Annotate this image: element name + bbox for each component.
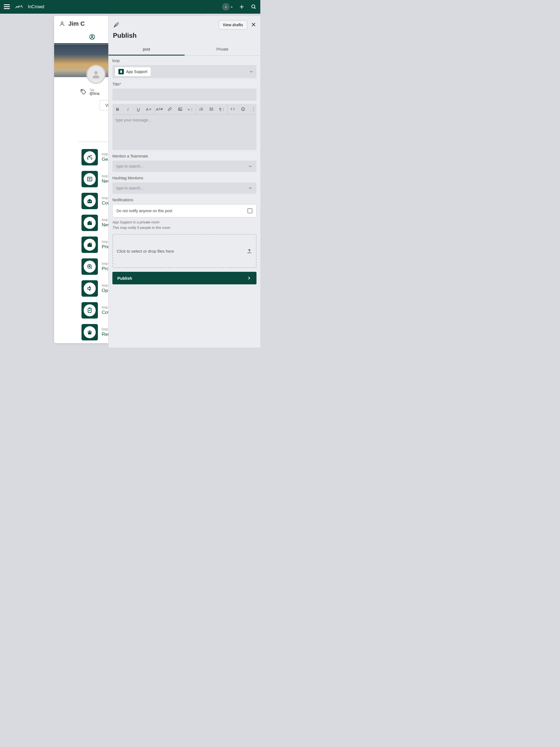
hashtag-select[interactable]: type to search... <box>112 182 256 194</box>
person-circle-icon <box>89 34 95 40</box>
notify-label: Notifications <box>112 198 256 202</box>
italic-button[interactable]: i <box>123 104 133 114</box>
app-header: InCrowd ▾ <box>0 0 260 14</box>
tag-label: Tag <box>90 88 100 91</box>
file-dropzone[interactable]: Click to select or drop files here <box>112 234 256 268</box>
publish-title: Publish <box>113 32 256 40</box>
loop-icon <box>81 280 98 297</box>
svg-rect-21 <box>120 71 122 73</box>
chevron-right-icon <box>247 276 252 281</box>
svg-point-1 <box>252 5 255 8</box>
mention-label: Mention a Teammate <box>112 154 256 158</box>
svg-rect-20 <box>90 332 90 333</box>
mention-placeholder: type to search... <box>116 164 144 169</box>
mention-select[interactable]: type to search... <box>112 160 256 172</box>
svg-point-24 <box>210 108 210 108</box>
search-icon[interactable] <box>251 4 256 9</box>
svg-rect-15 <box>88 288 90 289</box>
tab-private[interactable]: Private <box>184 44 261 55</box>
loop-icon <box>81 302 98 318</box>
bold-button[interactable]: B <box>112 104 123 114</box>
app-name: InCrowd <box>28 4 44 9</box>
hamburger-menu-icon[interactable] <box>4 4 10 9</box>
profile-name: Jim C <box>68 20 85 27</box>
view-drafts-button[interactable]: View drafts <box>219 20 247 29</box>
plus-icon[interactable] <box>239 4 245 9</box>
unordered-list-button[interactable] <box>206 104 217 114</box>
svg-point-29 <box>244 108 244 109</box>
svg-point-5 <box>94 71 98 74</box>
message-editor[interactable]: type your message... <box>112 114 256 150</box>
svg-point-28 <box>243 108 243 109</box>
loop-chip: App Support <box>115 67 151 76</box>
ordered-list-button[interactable] <box>196 104 206 114</box>
svg-point-27 <box>241 107 245 111</box>
loop-icon <box>81 171 98 187</box>
svg-point-25 <box>210 109 210 109</box>
svg-point-23 <box>179 108 180 109</box>
tag-value: @tina <box>90 91 100 96</box>
loop-icon <box>81 193 98 209</box>
notify-info: App Support is a private room This may n… <box>112 220 256 230</box>
publish-panel: View drafts ✕ Publish post Private loop … <box>108 16 260 347</box>
insert-button[interactable]: +⋮ <box>185 104 196 114</box>
font-size-button[interactable]: AA▾ <box>154 104 164 114</box>
publish-button-label: Publish <box>117 276 132 281</box>
caret-down-icon: ▾ <box>231 5 232 8</box>
upload-icon <box>247 248 252 254</box>
close-icon[interactable]: ✕ <box>251 21 256 28</box>
editor-toolbar: B i U A⨯ AA▾ +⋮ ¶⋮ ⋮ <box>112 104 256 114</box>
chevron-down-icon <box>248 164 253 169</box>
loop-chip-label: App Support <box>126 70 147 74</box>
svg-point-26 <box>210 110 210 110</box>
tab-post[interactable]: post <box>108 44 184 55</box>
svg-point-4 <box>91 35 93 37</box>
emoji-button[interactable] <box>238 104 248 114</box>
loop-select[interactable]: App Support <box>112 65 256 78</box>
chevron-down-icon <box>248 186 253 190</box>
loop-icon <box>81 215 98 231</box>
loop-field-label: loop <box>112 58 256 63</box>
tag-icon <box>80 88 87 95</box>
app-support-icon <box>119 69 124 74</box>
user-menu[interactable]: ▾ <box>222 3 232 10</box>
svg-rect-9 <box>90 201 91 202</box>
image-button[interactable] <box>175 104 185 114</box>
clear-format-button[interactable]: A⨯ <box>144 104 154 114</box>
title-field-label: Title* <box>112 82 256 86</box>
publish-button[interactable]: Publish <box>112 272 256 284</box>
loop-icon <box>81 149 98 165</box>
checkbox-icon <box>248 208 252 213</box>
svg-point-0 <box>225 5 227 7</box>
loop-icon <box>81 324 98 340</box>
app-logo <box>15 4 23 9</box>
more-button[interactable]: ⋮ <box>248 104 259 114</box>
title-input[interactable] <box>112 88 256 101</box>
code-button[interactable] <box>228 104 238 114</box>
chevron-down-icon <box>249 69 254 74</box>
loop-icon <box>81 258 98 275</box>
link-button[interactable] <box>164 104 175 114</box>
dropzone-label: Click to select or drop files here <box>117 249 174 254</box>
underline-button[interactable]: U <box>133 104 144 114</box>
svg-rect-17 <box>89 308 91 309</box>
avatar-icon <box>222 3 229 10</box>
person-icon <box>59 21 65 27</box>
notify-checkbox-row[interactable]: Do not notify anyone on this post <box>112 204 256 217</box>
profile-avatar <box>86 65 105 84</box>
feather-icon <box>113 22 120 28</box>
notify-checkbox-label: Do not notify anyone on this post <box>117 209 172 213</box>
svg-point-2 <box>61 22 63 24</box>
paragraph-button[interactable]: ¶⋮ <box>217 104 227 114</box>
svg-rect-8 <box>88 201 89 202</box>
svg-point-6 <box>82 90 82 91</box>
hashtag-label: Hashtag Mentions <box>112 176 256 180</box>
loop-icon <box>81 236 98 253</box>
hashtag-placeholder: type to search... <box>116 186 144 190</box>
